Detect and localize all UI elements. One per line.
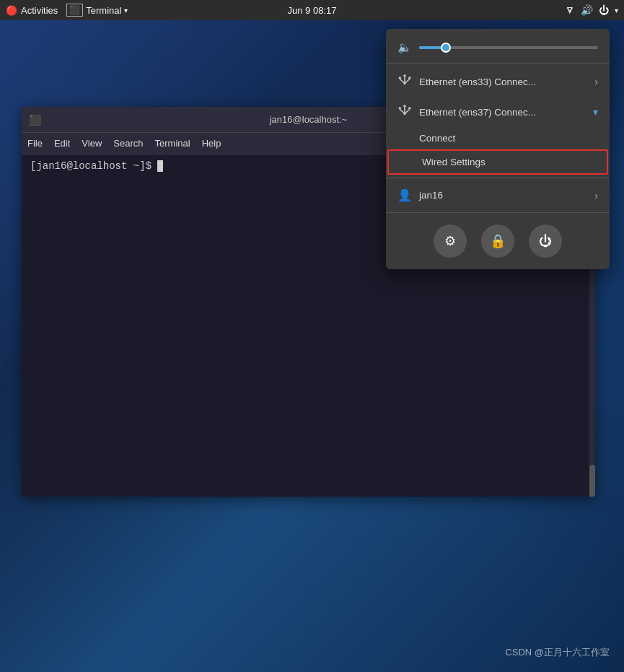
topbar-dropdown-icon[interactable]: ▾ bbox=[615, 6, 618, 14]
menu-help[interactable]: Help bbox=[202, 138, 221, 149]
watermark: CSDN @正月十六工作室 bbox=[505, 646, 610, 659]
watermark-text: CSDN @正月十六工作室 bbox=[505, 647, 610, 658]
terminal-title-icon: ⬛ bbox=[29, 114, 41, 126]
terminal-app-button[interactable]: ⬛ Terminal ▾ bbox=[66, 4, 128, 17]
separator-3 bbox=[386, 212, 610, 213]
menu-view[interactable]: View bbox=[82, 138, 102, 149]
ethernet-ens37-dropdown-icon: ▾ bbox=[593, 106, 598, 118]
user-icon: 👤 bbox=[397, 188, 412, 202]
terminal-dropdown-icon[interactable]: ▾ bbox=[124, 6, 128, 14]
connect-label: Connect bbox=[419, 133, 455, 144]
ethernet-ens33-arrow: › bbox=[594, 76, 598, 87]
menu-search[interactable]: Search bbox=[113, 138, 143, 149]
svg-line-4 bbox=[400, 79, 405, 84]
scrollbar-thumb[interactable] bbox=[589, 465, 595, 497]
wired-settings-item[interactable]: Wired Settings bbox=[387, 149, 608, 175]
menu-file[interactable]: File bbox=[27, 138, 43, 149]
volume-slider-track[interactable] bbox=[419, 46, 598, 49]
settings-button[interactable]: ⚙ bbox=[434, 224, 467, 258]
svg-line-5 bbox=[405, 79, 410, 84]
wired-settings-label: Wired Settings bbox=[422, 157, 485, 167]
lock-button[interactable]: 🔒 bbox=[481, 224, 514, 258]
svg-rect-2 bbox=[408, 77, 410, 79]
terminal-cursor bbox=[157, 160, 163, 172]
volume-topbar-icon[interactable]: 🔊 bbox=[581, 4, 593, 16]
separator-2 bbox=[386, 178, 610, 178]
power-button[interactable]: ⏻ bbox=[529, 224, 562, 258]
volume-row: 🔈 bbox=[386, 35, 610, 60]
menu-terminal[interactable]: Terminal bbox=[155, 138, 190, 149]
svg-rect-7 bbox=[399, 108, 401, 110]
ethernet-ens33-label: Ethernet (ens33) Connec... bbox=[419, 77, 587, 87]
ethernet-ens37-item[interactable]: Ethernet (ens37) Connec... ▾ bbox=[386, 97, 610, 127]
terminal-app-label: Terminal bbox=[86, 5, 121, 16]
menu-edit[interactable]: Edit bbox=[54, 138, 70, 149]
svg-rect-9 bbox=[408, 108, 410, 110]
svg-rect-0 bbox=[399, 77, 401, 79]
svg-rect-8 bbox=[404, 105, 406, 108]
power-icon: ⏻ bbox=[539, 234, 552, 249]
desktop: 🔴 Activities ⬛ Terminal ▾ Jun 9 08:17 ⛛ … bbox=[0, 0, 624, 672]
topbar: 🔴 Activities ⬛ Terminal ▾ Jun 9 08:17 ⛛ … bbox=[0, 0, 624, 20]
power-topbar-icon[interactable]: ⏻ bbox=[599, 4, 609, 16]
terminal-app-icon: ⬛ bbox=[66, 4, 83, 17]
user-label: jan16 bbox=[419, 190, 587, 201]
volume-slider-thumb[interactable] bbox=[441, 43, 451, 53]
menu-actions: ⚙ 🔒 ⏻ bbox=[386, 216, 610, 263]
activities-label: Activities bbox=[21, 5, 58, 16]
ethernet-ens37-label: Ethernet (ens37) Connec... bbox=[419, 107, 586, 118]
network-wired-icon-1 bbox=[397, 74, 412, 90]
svg-line-11 bbox=[400, 110, 405, 114]
datetime-label: Jun 9 08:17 bbox=[288, 5, 337, 16]
svg-line-12 bbox=[405, 110, 410, 114]
terminal-prompt: [jan16@localhost ~]$ bbox=[30, 160, 157, 172]
terminal-title: jan16@localhost:~ bbox=[270, 114, 348, 125]
separator-1 bbox=[386, 63, 610, 64]
activities-icon: 🔴 bbox=[6, 5, 17, 16]
svg-rect-1 bbox=[404, 75, 406, 77]
system-menu: 🔈 Ethernet (ens33) Connec... bbox=[386, 29, 610, 269]
lock-icon: 🔒 bbox=[490, 233, 506, 249]
user-item[interactable]: 👤 jan16 › bbox=[386, 181, 610, 209]
network-wired-icon-2 bbox=[397, 104, 412, 120]
volume-low-icon: 🔈 bbox=[397, 40, 412, 54]
ethernet-ens33-item[interactable]: Ethernet (ens33) Connec... › bbox=[386, 66, 610, 97]
settings-icon: ⚙ bbox=[444, 233, 456, 249]
activities-button[interactable]: 🔴 Activities bbox=[6, 5, 58, 16]
network-topbar-icon[interactable]: ⛛ bbox=[565, 4, 575, 16]
user-arrow: › bbox=[594, 190, 598, 201]
connect-item[interactable]: Connect bbox=[386, 127, 610, 149]
